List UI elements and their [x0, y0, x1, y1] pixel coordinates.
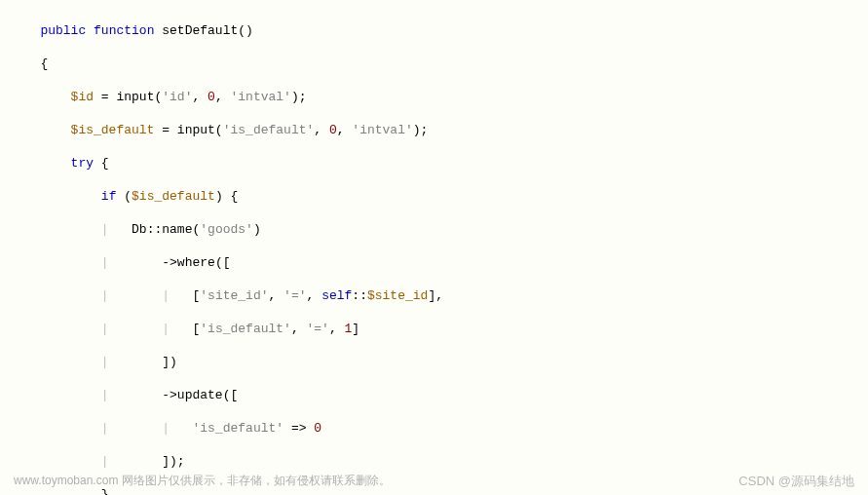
function-call: where: [177, 255, 215, 270]
number: 1: [345, 322, 353, 336]
string: 'goods': [200, 222, 253, 237]
keyword: self: [321, 288, 352, 303]
number: 0: [314, 421, 321, 436]
string: 'intval': [352, 123, 412, 137]
function-call: update: [177, 388, 223, 402]
string: '=': [307, 322, 329, 336]
function-call: input: [116, 90, 154, 104]
string: 'is_default': [200, 322, 291, 336]
function-name: setDefault: [162, 23, 238, 38]
number: 0: [329, 123, 337, 137]
string: 'is_default': [223, 123, 315, 137]
keyword: if: [101, 189, 117, 204]
keyword: function: [94, 23, 154, 38]
number: 0: [208, 90, 215, 104]
class: Db: [132, 222, 147, 237]
string: 'intval': [231, 90, 291, 104]
variable: $is_default: [132, 189, 215, 204]
string: 'id': [162, 90, 192, 104]
variable: $is_default: [71, 123, 155, 137]
string: '=': [283, 288, 306, 303]
variable: $site_id: [367, 288, 428, 303]
string: 'is_default': [192, 421, 283, 436]
variable: $id: [71, 90, 94, 104]
function-call: input: [177, 123, 215, 137]
watermark-left: www.toymoban.com 网络图片仅供展示，非存储，如有侵权请联系删除。: [14, 473, 391, 489]
string: 'site_id': [200, 288, 268, 303]
code-block: public function setDefault() { $id = inp…: [0, 0, 868, 495]
keyword: public: [40, 23, 86, 38]
watermark-right: CSDN @源码集结地: [738, 473, 854, 489]
function-call: name: [162, 222, 192, 237]
keyword: try: [71, 156, 94, 171]
